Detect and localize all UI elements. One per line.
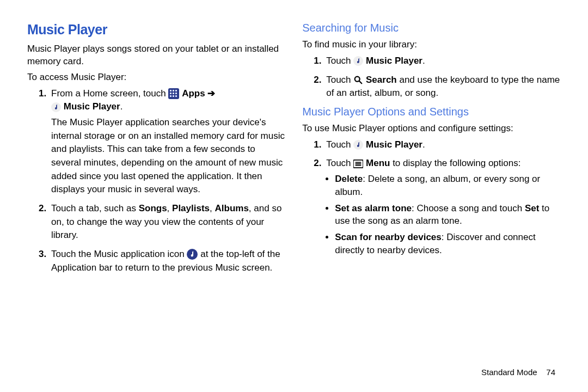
svg-line-14 [359,81,362,84]
footer-mode: Standard Mode [481,367,537,377]
albums-label: Albums [215,203,249,213]
search-step-2: Touch Search and use the keyboard to typ… [324,74,561,100]
music-player-label: Music Player [366,56,422,66]
access-step-2: Touch a tab, such as Songs, Playlists, A… [49,202,286,242]
footer-page-number: 74 [546,367,555,377]
option-mid: : Choose a song and touch [412,203,525,213]
period: . [120,101,123,112]
access-lead: To access Music Player: [27,71,286,84]
step-text: Touch [326,75,353,85]
comma: , [167,203,172,213]
svg-rect-7 [170,95,171,97]
searching-subhead: Searching for Music [302,22,561,34]
option-name: Delete [335,174,363,184]
svg-rect-5 [173,93,174,94]
set-label: Set [525,203,539,213]
search-lead: To find music in your library: [302,39,561,51]
page-footer: Standard Mode 74 [481,367,555,377]
music-note-icon [51,102,61,112]
step-text: Touch a tab, such as [51,203,139,213]
playlists-label: Playlists [172,203,210,213]
music-player-label: Music Player [366,139,422,150]
music-note-circle-icon [187,249,198,260]
comma: , [210,203,215,213]
search-step-1: Touch Music Player. [324,54,561,68]
options-subhead: Music Player Options and Settings [302,106,561,118]
svg-rect-8 [173,95,174,97]
svg-rect-1 [170,90,171,91]
music-player-label: Music Player [64,101,120,112]
step-description: The Music Player application searches yo… [51,117,285,194]
options-step-1: Touch Music Player. [324,138,561,152]
step-text: Touch [326,158,353,168]
step-tail: to display the following options: [393,158,520,168]
option-desc: : Delete a song, an album, or every song… [335,174,540,197]
songs-label: Songs [139,203,167,213]
step-text: Touch [326,56,353,66]
search-label: Search [366,75,397,85]
period: . [422,139,425,150]
svg-rect-2 [173,90,174,91]
option-scan-nearby: Scan for nearby devices: Discover and co… [335,231,561,257]
access-step-3: Touch the Music application icon at the … [49,248,286,274]
music-note-icon [353,56,363,66]
svg-rect-6 [175,93,177,94]
arrow: ➔ [207,88,215,99]
svg-rect-3 [175,90,177,91]
period: . [422,56,425,66]
options-step-2: Touch Menu to display the following opti… [324,157,561,256]
menu-icon [353,160,363,168]
page-title: Music Player [27,22,286,38]
intro-text: Music Player plays songs stored on your … [27,43,286,68]
option-set-alarm: Set as alarm tone: Choose a song and tou… [335,202,561,228]
svg-rect-9 [175,95,177,97]
option-name: Scan for nearby devices [335,232,442,242]
apps-icon [168,88,179,99]
apps-label: Apps [182,88,205,99]
music-note-icon [353,140,363,150]
svg-rect-4 [170,93,171,94]
step-text: From a Home screen, touch [51,88,168,99]
access-step-1: From a Home screen, touch Apps ➔ [49,87,286,197]
menu-label: Menu [366,158,390,168]
option-delete: Delete: Delete a song, an album, or ever… [335,173,561,199]
step-text: Touch the Music application icon [51,249,187,259]
search-icon [353,75,363,85]
option-name: Set as alarm tone [335,203,412,213]
options-lead: To use Music Player options and configur… [302,122,561,135]
step-text: Touch [326,139,353,150]
